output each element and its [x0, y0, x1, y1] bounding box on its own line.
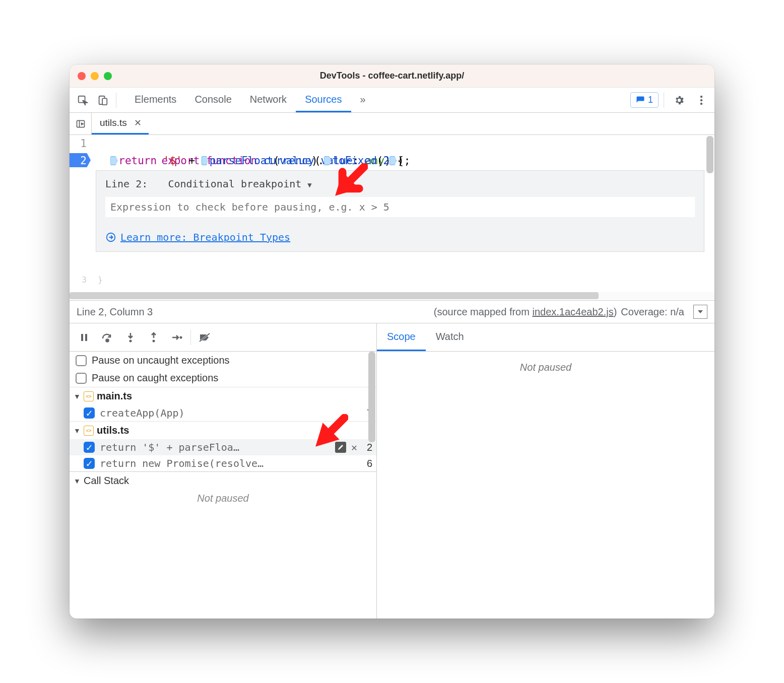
- inspect-element-icon[interactable]: [73, 90, 93, 110]
- inline-breakpoint-icon[interactable]: [389, 156, 397, 165]
- cursor-position: Line 2, Column 3: [77, 306, 153, 318]
- checkbox-icon[interactable]: [76, 373, 87, 384]
- scope-watch-pane: Scope Watch Not paused: [377, 323, 714, 619]
- learn-more-link[interactable]: Learn more: Breakpoint Types: [105, 231, 695, 243]
- tab-sources[interactable]: Sources: [296, 88, 351, 112]
- minimize-window-button[interactable]: [91, 72, 99, 80]
- kebab-menu-icon[interactable]: [691, 90, 711, 110]
- tab-scope[interactable]: Scope: [377, 323, 426, 351]
- svg-point-14: [153, 339, 155, 342]
- scope-not-paused: Not paused: [377, 352, 714, 619]
- edit-breakpoint-icon[interactable]: [335, 442, 346, 453]
- left-pane-scrollbar[interactable]: [368, 352, 375, 442]
- status-bar: Line 2, Column 3 (source mapped from ind…: [70, 300, 714, 323]
- titlebar: DevTools - coffee-cart.netlify.app/: [70, 64, 714, 88]
- checkbox-icon[interactable]: ✓: [84, 458, 95, 469]
- code-vertical-scrollbar[interactable]: [705, 135, 714, 281]
- tabs-overflow-icon[interactable]: »: [351, 88, 375, 112]
- coverage-label: Coverage: n/a: [621, 306, 684, 318]
- file-tab-label: utils.ts: [100, 117, 127, 128]
- tab-elements[interactable]: Elements: [125, 88, 185, 112]
- step-over-icon[interactable]: [96, 326, 119, 349]
- scope-watch-tabs: Scope Watch: [377, 323, 714, 352]
- devtools-window: DevTools - coffee-cart.netlify.app/ Elem…: [70, 64, 714, 619]
- pause-caught-row[interactable]: Pause on caught exceptions: [70, 369, 376, 387]
- breakpoint-row[interactable]: ✓ createApp(App) 7: [70, 405, 376, 421]
- breakpoints-pane: Pause on uncaught exceptions Pause on ca…: [70, 323, 377, 619]
- file-tab-bar: utils.ts ✕: [70, 113, 714, 135]
- checkbox-icon[interactable]: ✓: [84, 407, 95, 419]
- toolbar-separator: [664, 93, 664, 108]
- code-line-2[interactable]: 2 return '$' + parseFloat(value).toFixed…: [70, 152, 714, 169]
- code-line-1[interactable]: 1 export function currency(value: any) {: [70, 135, 714, 152]
- svg-rect-10: [81, 334, 83, 341]
- ts-file-icon: <>: [84, 391, 94, 401]
- cond-line-label: Line 2:: [105, 178, 148, 190]
- toolbar-separator: [190, 330, 191, 345]
- tab-console[interactable]: Console: [185, 88, 240, 112]
- toolbar-separator: [116, 93, 116, 108]
- checkbox-icon[interactable]: ✓: [84, 442, 95, 453]
- cond-type-dropdown[interactable]: Conditional breakpoint ▼: [168, 178, 311, 190]
- tab-watch[interactable]: Watch: [426, 323, 474, 351]
- call-stack-section[interactable]: ▼ Call Stack: [70, 471, 376, 490]
- inline-breakpoint-icon[interactable]: [324, 156, 331, 165]
- device-toggle-icon[interactable]: [93, 90, 113, 110]
- source-mapped-label: (source mapped from index.1ac4eab2.js): [434, 306, 617, 318]
- pause-button-icon[interactable]: [73, 326, 96, 349]
- step-into-icon[interactable]: [119, 326, 142, 349]
- panel-tabs: Elements Console Network Sources »: [125, 88, 375, 112]
- chevron-down-icon: ▼: [307, 181, 311, 189]
- line-number: 1: [80, 138, 87, 150]
- step-icon[interactable]: [165, 326, 188, 349]
- file-group-utils[interactable]: ▼ <> utils.ts: [70, 421, 376, 439]
- code-horizontal-scrollbar[interactable]: [70, 291, 714, 300]
- ts-file-icon: <>: [84, 426, 94, 436]
- breakpoint-row[interactable]: ✓ return '$' + parseFloa… ✕ 2: [70, 439, 376, 455]
- inline-breakpoint-icon[interactable]: [202, 156, 209, 165]
- deactivate-breakpoints-icon[interactable]: [193, 326, 216, 349]
- checkbox-icon[interactable]: [76, 355, 87, 366]
- chevron-down-icon: ▼: [74, 427, 81, 435]
- gear-icon[interactable]: [669, 90, 689, 110]
- debug-controls-toolbar: [70, 323, 376, 352]
- conditional-breakpoint-panel: Line 2: Conditional breakpoint ▼ Learn m…: [96, 170, 704, 252]
- window-title: DevTools - coffee-cart.netlify.app/: [70, 71, 714, 81]
- debugger-section: Pause on uncaught exceptions Pause on ca…: [70, 323, 714, 619]
- call-stack-not-paused: Not paused: [70, 490, 376, 507]
- source-map-file-link[interactable]: index.1ac4eab2.js: [532, 306, 613, 317]
- pause-uncaught-row[interactable]: Pause on uncaught exceptions: [70, 352, 376, 369]
- navigator-toggle-icon[interactable]: [70, 113, 92, 134]
- svg-point-12: [106, 339, 109, 342]
- svg-rect-2: [102, 98, 107, 105]
- main-toolbar: Elements Console Network Sources » 1: [70, 88, 714, 113]
- code-line-3[interactable]: 3 }: [70, 275, 103, 285]
- svg-point-5: [700, 102, 702, 104]
- close-icon[interactable]: ✕: [131, 117, 145, 128]
- show-console-drawer-icon[interactable]: [693, 305, 707, 319]
- breakpoint-row[interactable]: ✓ return new Promise(resolve… 6: [70, 455, 376, 471]
- svg-point-4: [700, 99, 702, 101]
- tab-network[interactable]: Network: [241, 88, 296, 112]
- step-out-icon[interactable]: [142, 326, 165, 349]
- remove-breakpoint-icon[interactable]: ✕: [351, 441, 357, 453]
- issues-count: 1: [648, 95, 653, 105]
- breakpoints-list: Pause on uncaught exceptions Pause on ca…: [70, 352, 376, 619]
- condition-expression-input[interactable]: [105, 197, 695, 217]
- chevron-down-icon: ▼: [74, 392, 81, 400]
- maximize-window-button[interactable]: [104, 72, 112, 80]
- breakpoint-marker[interactable]: 2: [70, 152, 91, 169]
- code-editor[interactable]: 1 export function currency(value: any) {…: [70, 135, 714, 291]
- window-controls: [78, 72, 112, 80]
- file-group-main[interactable]: ▼ <> main.ts: [70, 387, 376, 405]
- file-tab-utils[interactable]: utils.ts ✕: [92, 113, 149, 134]
- inline-breakpoint-icon[interactable]: [110, 156, 117, 165]
- svg-point-15: [180, 336, 182, 338]
- issues-badge[interactable]: 1: [630, 92, 659, 108]
- svg-marker-8: [81, 123, 83, 124]
- svg-rect-11: [85, 334, 87, 341]
- svg-point-13: [129, 339, 132, 342]
- close-window-button[interactable]: [78, 72, 86, 80]
- chevron-down-icon: ▼: [74, 477, 81, 485]
- svg-point-3: [700, 95, 702, 97]
